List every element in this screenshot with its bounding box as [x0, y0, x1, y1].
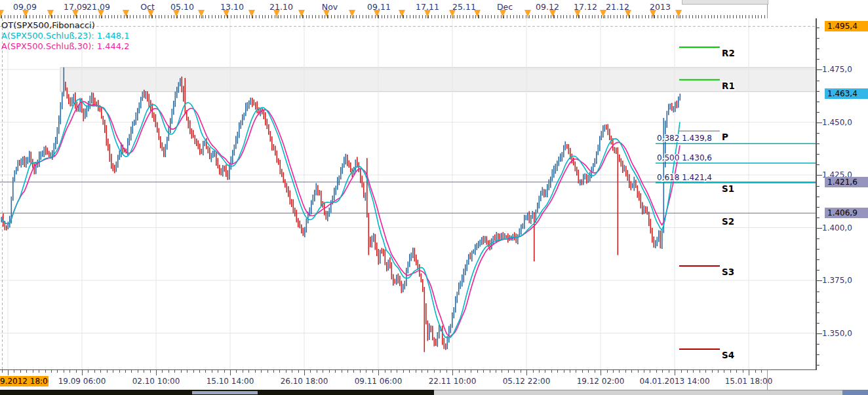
- top-axis-label: 21.09: [87, 2, 110, 12]
- time-tick: [749, 370, 749, 375]
- price-tick: [817, 28, 819, 28]
- time-tick: [700, 370, 700, 373]
- time-tick: [138, 370, 138, 373]
- time-tick: [107, 370, 108, 373]
- bottom-axis-label: 04.01.2013 14:00: [639, 377, 709, 386]
- time-tick: [403, 370, 404, 373]
- svg-text:S1: S1: [722, 183, 734, 194]
- time-tick: [69, 370, 70, 373]
- horizontal-support-lines[interactable]: [0, 182, 816, 213]
- time-tick: [342, 370, 342, 373]
- price-tick: [817, 344, 819, 345]
- top-axis-label: 09.12: [536, 2, 559, 12]
- time-tick: [601, 370, 601, 375]
- price-tick: [817, 48, 819, 49]
- svg-text:0,382 1.439,8: 0,382 1.439,8: [657, 134, 712, 143]
- time-tick: [662, 370, 663, 373]
- price-tick: [817, 259, 819, 260]
- price-tick: [817, 323, 819, 324]
- chart-canvas: 0,382 1.439,80,500 1.430,60,618 1.421,4R…: [0, 18, 816, 370]
- svg-text:S3: S3: [722, 267, 734, 277]
- time-tick: [539, 370, 540, 373]
- time-tick: [619, 370, 620, 373]
- time-tick: [261, 370, 262, 373]
- time-tick: [88, 370, 89, 373]
- price-tick-major: [817, 69, 822, 70]
- time-tick: [508, 370, 509, 373]
- time-tick: [33, 370, 33, 373]
- week-marker-icon: [123, 10, 129, 17]
- fib-level-labels: 0,382 1.439,80,500 1.430,60,618 1.421,4: [657, 134, 712, 181]
- time-tick: [347, 370, 348, 373]
- time-tick: [156, 370, 157, 375]
- time-tick: [644, 370, 644, 373]
- time-tick: [440, 370, 441, 373]
- time-tick: [526, 370, 527, 375]
- price-axis[interactable]: 1.475,01.450,01.425,01.400,01.375,01.350…: [816, 18, 868, 370]
- bottom-axis-label: 19.12 02:00: [577, 377, 625, 386]
- time-tick: [144, 370, 144, 373]
- bottom-axis-label: 15.10 14:00: [207, 377, 254, 386]
- time-tick: [625, 370, 626, 373]
- time-tick: [113, 370, 113, 373]
- price-tick: [817, 164, 819, 165]
- price-tick: [817, 91, 819, 92]
- time-tick: [471, 370, 471, 373]
- price-highlight-label: 1.463,4: [825, 88, 868, 99]
- top-time-ruler[interactable]: 09.0917.0921.09Oct05.1013.1021.10Nov09.1…: [0, 0, 768, 19]
- price-tick: [817, 133, 819, 134]
- time-tick: [218, 370, 218, 373]
- time-tick: [94, 370, 95, 373]
- time-tick: [310, 370, 311, 373]
- time-tick: [613, 370, 614, 373]
- price-tick-major: [817, 333, 822, 334]
- time-tick: [168, 370, 169, 373]
- price-tick-major: [817, 122, 822, 123]
- svg-text:0,618 1.421,4: 0,618 1.421,4: [657, 173, 712, 182]
- time-tick: [323, 370, 323, 373]
- price-highlight-label: 1.421,6: [825, 177, 868, 187]
- time-tick: [26, 370, 27, 373]
- time-tick: [743, 370, 743, 373]
- bottom-axis-label: 22.11 10:00: [429, 377, 477, 386]
- scrollbar-fragment[interactable]: [682, 0, 768, 5]
- week-marker-icon: [675, 10, 682, 17]
- time-tick: [205, 370, 206, 373]
- price-highlight-label: 1.406,9: [825, 208, 868, 218]
- top-axis-label: 13.10: [220, 2, 244, 12]
- time-tick: [595, 370, 595, 373]
- top-axis-label: 09.09: [13, 2, 37, 12]
- time-tick: [292, 370, 292, 373]
- chart-plot-area[interactable]: 0,382 1.439,80,500 1.430,60,618 1.421,4R…: [0, 18, 816, 370]
- time-tick: [193, 370, 194, 373]
- time-tick: [459, 370, 460, 373]
- time-tick: [286, 370, 286, 373]
- bottom-time-ruler[interactable]: 19.09 06:0002.10 10:0015.10 14:0026.10 1…: [0, 370, 768, 390]
- time-tick: [353, 370, 354, 373]
- top-axis-label: 2013: [650, 2, 671, 12]
- time-tick: [236, 370, 237, 373]
- time-tick: [248, 370, 249, 373]
- time-tick: [736, 370, 737, 373]
- time-tick: [298, 370, 299, 373]
- price-tick: [817, 59, 819, 60]
- time-tick: [150, 370, 151, 373]
- bars-up: [1, 67, 680, 349]
- time-tick: [329, 370, 330, 373]
- price-tick-major: [817, 228, 822, 229]
- time-tick: [230, 370, 231, 375]
- time-tick: [57, 370, 58, 373]
- time-tick: [416, 370, 416, 373]
- price-axis-label: 1.475,0: [822, 65, 852, 74]
- price-tick: [817, 354, 819, 355]
- time-tick: [564, 370, 564, 373]
- price-tick: [817, 207, 819, 208]
- week-marker-icon: [349, 10, 355, 17]
- time-tick: [557, 370, 558, 373]
- time-tick: [131, 370, 132, 373]
- time-tick: [39, 370, 39, 373]
- window-edge-fragment: [192, 391, 258, 394]
- price-tick: [817, 302, 819, 303]
- price-tick: [817, 249, 819, 250]
- legend-indicator-title: OT(SPX500,Fibonacci): [1, 20, 129, 31]
